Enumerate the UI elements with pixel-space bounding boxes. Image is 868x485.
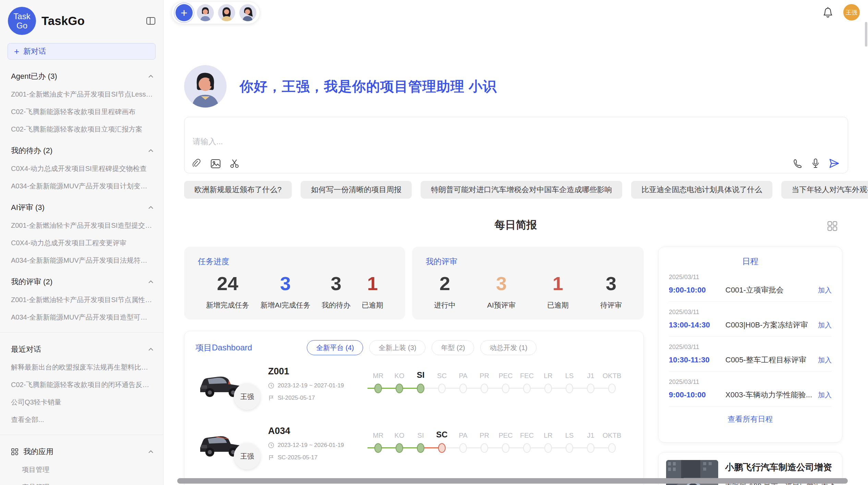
milestone-node [396, 384, 403, 393]
suggestion-chip[interactable]: 如何写一份清晰的项目周报 [301, 181, 412, 199]
stat-value: 3 [322, 272, 350, 296]
sidebar-task-item[interactable]: C02-飞腾新能源轻客改款项目里程碑画布 [0, 107, 163, 116]
milestone-label: LS [565, 368, 574, 380]
suggestion-chip[interactable]: 特朗普可能对进口汽车增税会对中国车企造成哪些影响 [421, 181, 622, 199]
sidebar-task-item[interactable]: C0X4-动力总成开发项目工程变更评审 [0, 238, 163, 248]
milestone-node [566, 443, 573, 453]
view-all-schedule-link[interactable]: 查看所有日程 [669, 414, 832, 424]
section-heading[interactable]: 我的待办 (2) [0, 146, 163, 156]
logo-text-top: Task [13, 12, 30, 21]
sidebar-section-my-review: 我的评审 (2) Z001-全新燃油轻卡产品开发项目SI节点属性5D文件评审A0… [0, 277, 163, 322]
sidebar-task-item[interactable]: Z001-全新燃油轻卡产品开发项目SI节点属性5D文件评审 [0, 295, 163, 304]
sidebar-section-ai-review: AI评审 (3) Z001-全新燃油轻卡产品开发项目SI造型提交物评审C0X4-… [0, 202, 163, 265]
chevron-up-icon[interactable] [148, 280, 154, 284]
stat-value: 1 [362, 272, 383, 296]
project-code: A034 [268, 426, 354, 436]
recent-chat-item[interactable]: 查看全部... [0, 415, 163, 424]
vertical-scrollbar[interactable] [865, 22, 867, 47]
dashboard-tab[interactable]: 全新平台 (4) [307, 340, 363, 355]
plus-icon: + [14, 48, 19, 55]
add-agent-button[interactable]: + [176, 4, 193, 21]
milestone-node [481, 384, 488, 393]
briefing-cards: 任务进度 24 新增完成任务 3 新增AI完成任务 3 我的待办 1 已逾期 我… [184, 247, 644, 320]
send-icon[interactable] [829, 158, 840, 169]
recent-chat-item[interactable]: 公司Q3轻卡销量 [0, 398, 163, 407]
my-apps-heading[interactable]: 我的应用 [0, 447, 163, 457]
join-link[interactable]: 加入 [818, 356, 832, 365]
milestone: OKTB [601, 428, 623, 473]
sidebar-collapse-icon[interactable] [146, 16, 156, 25]
stat-item: 3 我的待办 [322, 272, 350, 310]
section-heading[interactable]: 最近对话 [0, 344, 163, 355]
milestone-label: PR [480, 368, 489, 380]
suggestion-chip[interactable]: 当下年轻人对汽车外观有怎样的喜好趋势 [781, 181, 868, 199]
sidebar-task-item[interactable]: A034-全新新能源MUV产品开发项目造型可行性评审 [0, 313, 163, 322]
project-dates: 2023-12-19 ~ 2026-01-19 [268, 442, 354, 449]
suggestion-chip[interactable]: 欧洲新规最近颁布了什么? [184, 181, 292, 199]
section-heading[interactable]: 我的评审 (2) [0, 277, 163, 287]
sidebar-task-item[interactable]: A034-全新新能源MUV产品开发项目计划变更表编写 [0, 182, 163, 191]
user-avatar[interactable]: 王强 [843, 4, 860, 21]
schedule-date: 2025/03/11 [669, 274, 832, 281]
attachment-icon[interactable] [192, 159, 202, 169]
agent-avatar-1[interactable] [197, 4, 214, 21]
image-upload-icon[interactable] [210, 159, 221, 169]
sidebar-task-item[interactable]: Z001-全新燃油皮卡产品开发项目SI节点Lesson Learn报告 [0, 90, 163, 99]
chevron-up-icon[interactable] [148, 149, 154, 152]
microphone-icon[interactable] [811, 158, 820, 169]
apps-grid-icon [11, 448, 19, 456]
notification-bell-icon[interactable] [823, 7, 833, 18]
milestone-label: J1 [587, 368, 594, 380]
dashboard-tab[interactable]: 全新上装 (3) [369, 340, 425, 355]
join-link[interactable]: 加入 [818, 321, 832, 330]
chevron-up-icon[interactable] [148, 348, 154, 351]
scissors-icon[interactable] [230, 159, 240, 169]
milestone-node [544, 443, 552, 453]
section-heading[interactable]: Agent已办 (3) [0, 71, 163, 82]
horizontal-scrollbar[interactable] [177, 478, 848, 484]
schedule-time: 9:00-10:00 [669, 390, 725, 399]
chevron-up-icon[interactable] [148, 75, 154, 78]
layout-grid-icon[interactable] [827, 221, 838, 232]
milestone-label: LS [565, 428, 574, 439]
section-heading[interactable]: AI评审 (3) [0, 202, 163, 213]
flag-icon [268, 395, 274, 401]
chevron-up-icon[interactable] [148, 450, 154, 453]
new-chat-button[interactable]: + 新对话 [8, 43, 156, 60]
recent-chat-item[interactable]: C02-飞腾新能源轻客改款项目的闭环通告反馈情况 [0, 380, 163, 389]
milestone: PR [474, 428, 495, 473]
milestone-node [502, 443, 509, 453]
app-link-item[interactable]: 产品管理 [0, 483, 163, 485]
stat-label: AI预评审 [487, 300, 516, 310]
join-link[interactable]: 加入 [818, 390, 832, 400]
schedule-date: 2025/03/11 [669, 344, 832, 351]
stat-label: 我的待办 [322, 300, 350, 310]
dashboard-tab[interactable]: 动总开发 (1) [480, 340, 537, 355]
recent-chat-item[interactable]: 解释最新出台的欧盟报废车法规再生塑料比例被调至15%... [0, 363, 163, 372]
agent-avatar-2[interactable] [218, 4, 235, 21]
milestone-label: OKTB [603, 368, 621, 380]
milestone: OKTB [601, 368, 623, 413]
milestone: SI [410, 368, 431, 413]
milestone-node [438, 443, 446, 453]
sidebar-task-item[interactable]: C02-飞腾新能源轻客改款项目立项汇报方案 [0, 125, 163, 134]
app-link-item[interactable]: 项目管理 [0, 465, 163, 474]
suggestion-chip[interactable]: 比亚迪全固态电池计划具体说了什么 [631, 181, 772, 199]
schedule-event-name: C001-立项审批会 [725, 285, 813, 295]
milestone-node [502, 384, 509, 393]
schedule-item: 2025/03/11 9:00-10:00 X003-车辆动力学性能验... 加… [669, 372, 832, 407]
chat-input[interactable] [193, 137, 604, 146]
voice-call-icon[interactable] [793, 159, 803, 168]
sidebar-task-item[interactable]: C0X4-动力总成开发项目SI里程碑提交物检查 [0, 164, 163, 173]
dashboard-tab[interactable]: 年型 (2) [432, 340, 474, 355]
join-link[interactable]: 加入 [818, 286, 832, 295]
sidebar-task-item[interactable]: A034-全新新能源MUV产品开发项目法规符合性评审 [0, 256, 163, 265]
sidebar-task-item[interactable]: Z001-全新燃油轻卡产品开发项目SI造型提交物评审 [0, 221, 163, 230]
schedule-time: 10:30-11:30 [669, 356, 725, 364]
chevron-up-icon[interactable] [148, 206, 154, 209]
sidebar-section-my-todo: 我的待办 (2) C0X4-动力总成开发项目SI里程碑提交物检查A034-全新新… [0, 146, 163, 191]
agent-avatar-3[interactable] [239, 4, 256, 21]
milestone-label: LR [544, 428, 553, 439]
project-row-a034: 王强 A034 2023-12-19 ~ 2026-01-19 SC-2025-… [195, 425, 632, 473]
milestone: J1 [580, 428, 601, 473]
